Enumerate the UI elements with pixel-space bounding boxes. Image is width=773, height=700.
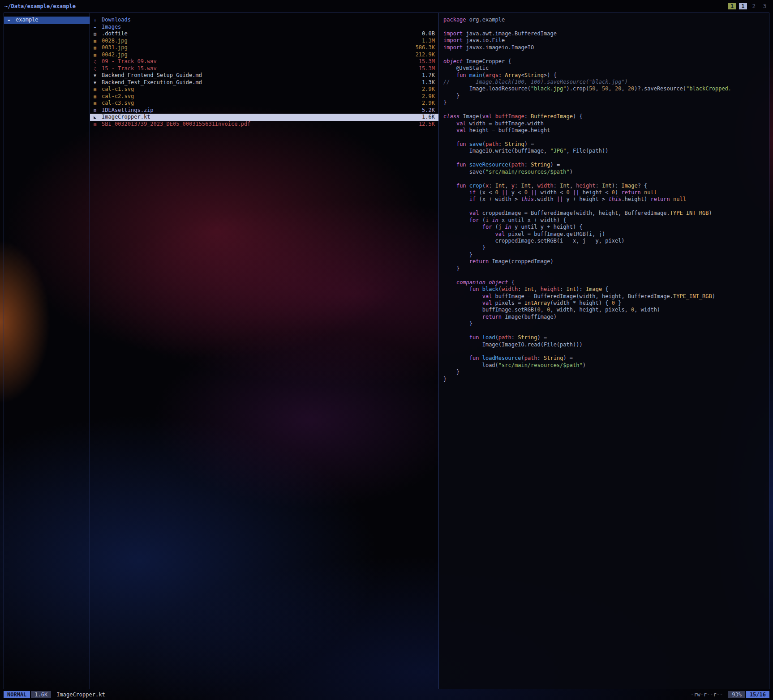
file-size: 1.7K	[422, 72, 435, 79]
file-size: 0.0B	[422, 30, 435, 38]
file-row[interactable]: ↓Downloads	[90, 17, 438, 24]
code-line	[443, 272, 769, 279]
code-line: val buffImage = BufferedImage(width, hei…	[443, 293, 769, 300]
file-row[interactable]: ▦0028.jpg1.3M	[90, 38, 438, 45]
code-line: croppedImage.setRGB(i - x, j - y, pixel)	[443, 238, 769, 244]
audio-icon: ♫	[94, 65, 102, 73]
scroll-percent-badge: 93%	[728, 691, 745, 698]
tab-2[interactable]: 1	[739, 3, 747, 9]
file-row[interactable]: ▰Images	[90, 24, 438, 31]
file-row[interactable]: ◣ImageCropper.kt1.6K	[90, 114, 438, 121]
image-icon: ▦	[94, 38, 102, 45]
file-name: 0042.jpg	[102, 51, 412, 59]
code-line: import javax.imageio.ImageIO	[443, 44, 769, 51]
code-line: return Image(buffImage)	[443, 314, 769, 320]
code-line: fun saveResource(path: String) =	[443, 162, 769, 168]
code-line: class Image(val buffImage: BufferedImage…	[443, 113, 769, 120]
code-line: ImageIO.write(buffImage, "JPG", File(pat…	[443, 148, 769, 154]
status-left: NORMAL 1.6K ImageCropper.kt	[4, 691, 105, 698]
file-name: .dotfile	[102, 30, 418, 38]
file-size: 15.3M	[419, 65, 435, 73]
file-row[interactable]: ▦cal-c3.svg2.9K	[90, 100, 438, 107]
markdown-icon: ▼	[94, 72, 102, 79]
tab-3[interactable]: 2	[750, 3, 758, 9]
code-line: }	[443, 265, 769, 272]
parent-item[interactable]: ▰example	[4, 17, 90, 24]
code-line: fun black(width: Int, height: Int): Imag…	[443, 286, 769, 293]
file-row[interactable]: ▤.dotfile0.0B	[90, 30, 438, 38]
download-icon: ↓	[94, 17, 102, 24]
file-list-pane: ↓Downloads▰Images▤.dotfile0.0B▦0028.jpg1…	[90, 13, 439, 689]
tab-4[interactable]: 3	[761, 3, 769, 9]
code-line: buffImage.setRGB(0, 0, width, height, pi…	[443, 307, 769, 313]
code-line: Image(ImageIO.read(File(path)))	[443, 341, 769, 348]
panes-container: ▰example ↓Downloads▰Images▤.dotfile0.0B▦…	[4, 13, 769, 689]
code-line: }	[443, 369, 769, 376]
file-name: ImageCropper.kt	[102, 114, 418, 121]
code-line	[443, 134, 769, 141]
file-row[interactable]: ▦cal-c2.svg2.9K	[90, 93, 438, 100]
parent-item-label: example	[16, 17, 86, 24]
file-icon: ▤	[94, 30, 102, 38]
code-line	[443, 155, 769, 162]
status-bar: NORMAL 1.6K ImageCropper.kt -rw-r--r-- 9…	[0, 689, 773, 700]
code-line: if (x + width > this.width || y + height…	[443, 196, 769, 203]
image-icon: ▦	[94, 93, 102, 100]
tab-1[interactable]: 1	[728, 3, 736, 9]
file-row[interactable]: ▦0042.jpg212.9K	[90, 51, 438, 59]
file-name: cal-c3.svg	[102, 100, 418, 107]
folder-icon: ▰	[94, 24, 102, 31]
file-name: Images	[102, 24, 431, 31]
code-line: fun main(args: Array<String>) {	[443, 72, 769, 79]
file-name: SBI_0032013739_2023_DE05_0003155631Invoi…	[102, 121, 415, 128]
file-size: 1.3M	[422, 38, 435, 45]
file-size-badge: 1.6K	[31, 691, 51, 698]
code-line	[443, 51, 769, 58]
pdf-icon: ▨	[94, 121, 102, 128]
code-line: }	[443, 376, 769, 383]
code-line	[443, 107, 769, 113]
file-row[interactable]: ♫15 - Track 15.wav15.3M	[90, 65, 438, 73]
code-line	[443, 175, 769, 182]
image-icon: ▦	[94, 44, 102, 51]
mode-badge: NORMAL	[4, 691, 30, 698]
image-icon: ▦	[94, 100, 102, 107]
file-name: cal-c1.svg	[102, 86, 418, 93]
code-line: // Image.black(100, 100).saveResource("b…	[443, 79, 769, 85]
code-line: }	[443, 320, 769, 327]
file-row[interactable]: ▨SBI_0032013739_2023_DE05_0003155631Invo…	[90, 121, 438, 128]
file-row[interactable]: ▦cal-c1.svg2.9K	[90, 86, 438, 93]
cursor-position-badge: 15/16	[746, 691, 769, 698]
code-line: fun save(path: String) =	[443, 141, 769, 148]
status-filename: ImageCropper.kt	[56, 691, 105, 698]
file-row[interactable]: ▼Backend_Frontend_Setup_Guide.md1.7K	[90, 72, 438, 79]
file-name: 0031.jpg	[102, 44, 412, 51]
file-size: 212.9K	[416, 51, 435, 59]
audio-icon: ♫	[94, 58, 102, 65]
file-name: IDEAsettings.zip	[102, 107, 418, 114]
breadcrumb: ~/Data/example/example	[4, 3, 76, 9]
kotlin-icon: ◣	[94, 114, 102, 121]
file-name: Backend_Test_Execution_Guide.md	[102, 79, 418, 86]
file-name: cal-c2.svg	[102, 93, 418, 100]
file-row[interactable]: ⊟IDEAsettings.zip5.2K	[90, 107, 438, 114]
file-row[interactable]: ▼Backend_Test_Execution_Guide.md1.3K	[90, 79, 438, 86]
code-line: fun load(path: String) =	[443, 334, 769, 341]
file-size: 1.6K	[422, 114, 435, 121]
top-bar: ~/Data/example/example 1123	[0, 0, 773, 13]
file-row[interactable]: ♫09 - Track 09.wav15.3M	[90, 58, 438, 65]
image-icon: ▦	[94, 86, 102, 93]
file-size: 15.3M	[419, 58, 435, 65]
code-line: }	[443, 252, 769, 258]
code-line: import java.awt.image.BufferedImage	[443, 30, 769, 37]
code-line: import java.io.File	[443, 37, 769, 44]
code-line: }	[443, 244, 769, 251]
tab-bar: 1123	[728, 3, 769, 9]
code-line	[443, 23, 769, 30]
code-line: fun crop(x: Int, y: Int, width: Int, hei…	[443, 183, 769, 189]
folder-icon: ▰	[8, 17, 16, 24]
code-line: fun loadResource(path: String) =	[443, 355, 769, 362]
code-line: save("src/main/resources/$path")	[443, 169, 769, 175]
file-row[interactable]: ▦0031.jpg586.3K	[90, 44, 438, 51]
code-line: companion object {	[443, 279, 769, 286]
